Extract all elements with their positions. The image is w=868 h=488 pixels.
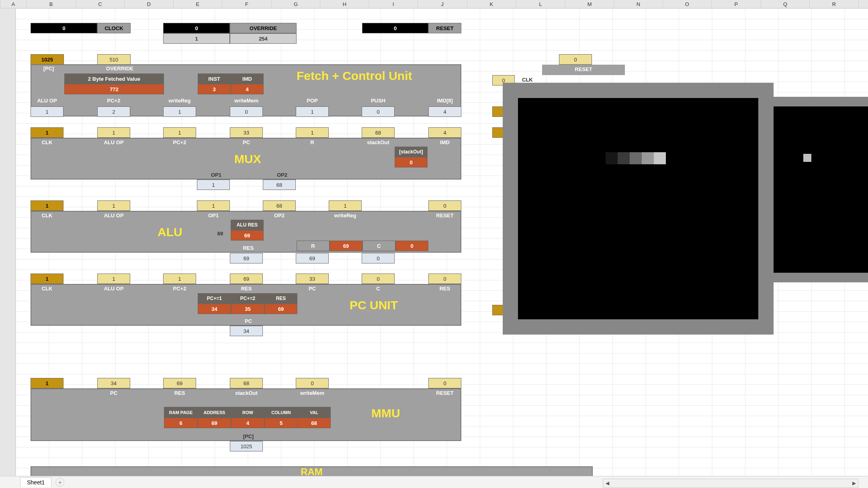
alu-below-c[interactable]: 0 xyxy=(362,253,395,263)
col-K[interactable]: K xyxy=(467,0,516,8)
col-E[interactable]: E xyxy=(174,0,222,8)
pc1-val[interactable]: 34 xyxy=(198,304,231,314)
override-sub-b[interactable]: 254 xyxy=(230,33,297,44)
pcres-val[interactable]: 69 xyxy=(264,304,297,314)
inval-mux-invals-6[interactable]: 4 xyxy=(428,127,461,138)
pc-pc-val[interactable]: 34 xyxy=(230,326,263,336)
mmu-td-1[interactable]: 69 xyxy=(198,418,231,428)
alu-below-r[interactable]: 69 xyxy=(296,253,329,263)
col-N[interactable]: N xyxy=(614,0,663,8)
alu-r-val[interactable]: 69 xyxy=(330,241,362,251)
inval-alu-invals-4[interactable]: 1 xyxy=(329,200,362,211)
inval-alu-invals-5[interactable]: 0 xyxy=(428,200,461,211)
col-I[interactable]: I xyxy=(369,0,418,8)
inval-mux-invals-3[interactable]: 33 xyxy=(230,127,263,138)
col-L[interactable]: L xyxy=(516,0,565,8)
fetch-outval-5[interactable]: 0 xyxy=(362,106,395,117)
col-M[interactable]: M xyxy=(565,0,614,8)
col-Q[interactable]: Q xyxy=(761,0,810,8)
col-O[interactable]: O xyxy=(663,0,712,8)
fetch-pc-val[interactable]: 1025 xyxy=(31,54,64,65)
override-sub-a[interactable]: 1 xyxy=(163,33,230,44)
fetch-outval-1[interactable]: 2 xyxy=(97,106,130,117)
inval-pc-invals-4[interactable]: 33 xyxy=(296,274,329,284)
fetch-outval-3[interactable]: 0 xyxy=(230,106,263,117)
inval-mmu-invals-0[interactable]: 1 xyxy=(31,378,63,388)
col-R[interactable]: R xyxy=(810,0,858,8)
grid-area[interactable]: 0 CLOCK 0 OVERRIDE 1 254 0 RESET 1025 51… xyxy=(16,8,868,476)
inval-mux-invals-0[interactable]: 1 xyxy=(31,127,63,138)
inval-mux-invals-1[interactable]: 1 xyxy=(97,127,130,138)
pc2-val[interactable]: 35 xyxy=(231,304,264,314)
inval-mmu-invals-2[interactable]: 69 xyxy=(163,378,196,388)
col-B[interactable]: B xyxy=(27,0,76,8)
fetch-outval-0[interactable]: 1 xyxy=(31,106,63,117)
fetch-outval-6[interactable]: 4 xyxy=(428,106,461,117)
inlbl-mux-invals-0: CLK xyxy=(23,139,72,145)
inval-alu-invals-2[interactable]: 1 xyxy=(197,200,230,211)
mmu-td-4[interactable]: 68 xyxy=(297,418,331,428)
inval-alu-invals-1[interactable]: 1 xyxy=(97,200,130,211)
inval-pc-invals-3[interactable]: 69 xyxy=(230,274,263,284)
inval-pc-invals-5[interactable]: 0 xyxy=(362,274,395,284)
alu-c-val[interactable]: 0 xyxy=(395,241,428,251)
col-G[interactable]: G xyxy=(272,0,320,8)
mmu-td-3[interactable]: 5 xyxy=(264,418,298,428)
mmu-pc-val[interactable]: 1025 xyxy=(230,441,263,451)
col-P[interactable]: P xyxy=(712,0,761,8)
inval-mux-invals-4[interactable]: 1 xyxy=(296,127,329,138)
fetch-outlbl-5: PUSH xyxy=(354,98,403,104)
mmu-th-3: COLUMN xyxy=(264,407,298,418)
col-A[interactable]: A xyxy=(0,0,27,8)
fetch-outlbl-0: ALU OP xyxy=(23,98,72,104)
clock-button[interactable]: CLOCK xyxy=(97,23,131,33)
inval-pc-invals-1[interactable]: 1 xyxy=(97,274,130,284)
alu-69-side: 69 xyxy=(212,231,228,237)
mux-op2-val[interactable]: 68 xyxy=(263,180,296,190)
mux-stackout-val[interactable]: 0 xyxy=(395,157,428,167)
sheet-tab-1[interactable]: Sheet1 xyxy=(20,477,51,487)
col-J[interactable]: J xyxy=(418,0,467,8)
reset-button[interactable]: RESET xyxy=(428,23,461,33)
fetch-inst-val[interactable]: 3 xyxy=(198,84,231,94)
inval-mmu-invals-4[interactable]: 0 xyxy=(296,378,329,388)
inval-mux-invals-5[interactable]: 68 xyxy=(362,127,395,138)
add-sheet-button[interactable]: + xyxy=(55,478,64,487)
alu-alures-val[interactable]: 69 xyxy=(231,230,264,241)
clock-value[interactable]: 0 xyxy=(31,23,97,33)
col-D[interactable]: D xyxy=(125,0,173,8)
scroll-left-icon[interactable]: ◀ xyxy=(603,479,611,487)
scroll-right-icon[interactable]: ▶ xyxy=(850,479,858,487)
fetch-outval-2[interactable]: 1 xyxy=(163,106,196,117)
horizontal-scrollbar[interactable]: ◀ ▶ xyxy=(603,479,858,488)
inval-mmu-invals-6[interactable]: 0 xyxy=(428,378,461,388)
inlbl-mux-invals-3: PC xyxy=(222,139,271,145)
fetch-imd-val[interactable]: 4 xyxy=(231,84,264,94)
override-value[interactable]: 0 xyxy=(163,23,230,33)
inval-alu-invals-0[interactable]: 1 xyxy=(31,200,63,211)
pc-pc-label: PC xyxy=(232,318,264,324)
col-S[interactable]: S xyxy=(859,0,868,8)
col-C[interactable]: C xyxy=(76,0,125,8)
alu-below-res[interactable]: 69 xyxy=(230,253,263,263)
override-button[interactable]: OVERRIDE xyxy=(230,23,297,33)
reset-value[interactable]: 0 xyxy=(362,23,428,33)
col-H[interactable]: H xyxy=(320,0,369,8)
fetch-override-val[interactable]: 510 xyxy=(97,54,131,65)
inval-pc-invals-6[interactable]: 0 xyxy=(428,274,461,284)
inval-pc-invals-0[interactable]: 1 xyxy=(31,274,63,284)
mmu-td-0[interactable]: 6 xyxy=(164,418,198,428)
fetch-bytes-val[interactable]: 772 xyxy=(64,84,164,94)
inlbl-mux-invals-1: ALU OP xyxy=(89,139,138,145)
col-F[interactable]: F xyxy=(222,0,272,8)
inval-mux-invals-2[interactable]: 1 xyxy=(163,127,196,138)
inval-pc-invals-2[interactable]: 1 xyxy=(163,274,196,284)
inval-alu-invals-3[interactable]: 68 xyxy=(263,200,296,211)
right-top-val[interactable]: 0 xyxy=(559,54,592,65)
fetch-outval-4[interactable]: 1 xyxy=(296,106,329,117)
inval-mmu-invals-1[interactable]: 34 xyxy=(97,378,130,388)
mux-op1-val[interactable]: 1 xyxy=(197,180,230,190)
inval-mmu-invals-3[interactable]: 68 xyxy=(230,378,263,388)
mmu-td-2[interactable]: 4 xyxy=(231,418,264,428)
pixel xyxy=(618,152,630,164)
